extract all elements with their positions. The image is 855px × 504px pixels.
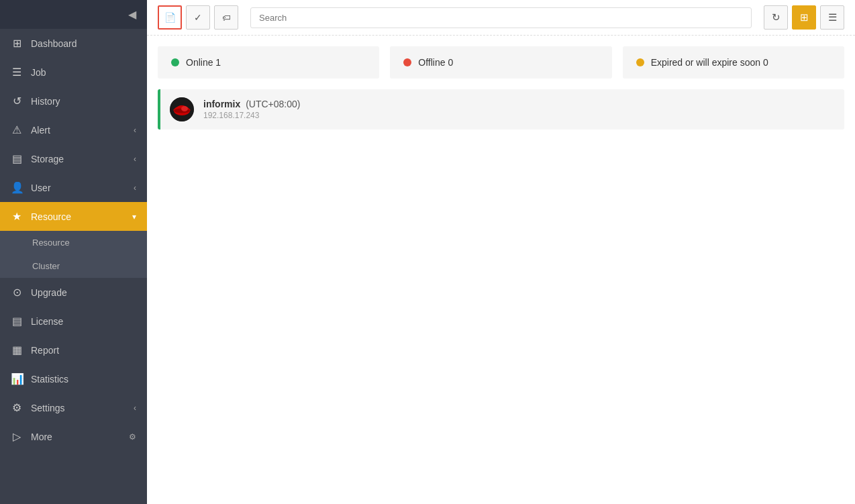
search-input[interactable] [250, 7, 752, 28]
chevron-icon: ‹ [134, 125, 136, 135]
chevron-icon: ‹ [134, 403, 136, 413]
sidebar-item-label: Report [31, 345, 136, 356]
sidebar-item-label: Statistics [31, 374, 136, 385]
tag-icon: 🏷 [222, 13, 231, 23]
avatar [170, 97, 194, 121]
report-icon: ▦ [11, 344, 23, 356]
sidebar-item-label: Settings [31, 403, 125, 413]
more-icon: ▷ [11, 430, 23, 443]
offline-status-dot [403, 58, 411, 66]
settings-icon: ⚙ [11, 401, 23, 414]
online-status-dot [171, 58, 179, 66]
sidebar-item-upgrade[interactable]: ⊙ Upgrade [0, 278, 147, 307]
expired-card[interactable]: Expired or will expire soon 0 [623, 46, 844, 79]
svg-point-4 [181, 106, 188, 111]
toolbar-right: ↻ ⊞ ☰ [764, 5, 844, 30]
upgrade-icon: ⊙ [11, 286, 23, 299]
resource-name: informix (UTC+08:00) [203, 99, 300, 109]
resource-list: informix (UTC+08:00) 192.168.17.243 [147, 89, 855, 504]
online-card[interactable]: Online 1 [158, 46, 379, 79]
license-icon: ▤ [11, 315, 23, 327]
sidebar-item-resource-sub[interactable]: Resource [0, 231, 147, 254]
resource-submenu: Resource Cluster [0, 231, 147, 278]
refresh-button[interactable]: ↻ [764, 5, 788, 30]
history-icon: ↺ [11, 95, 23, 107]
sidebar-item-cluster-sub[interactable]: Cluster [0, 254, 147, 278]
table-row[interactable]: informix (UTC+08:00) 192.168.17.243 [158, 89, 844, 130]
alert-icon: ⚠ [11, 123, 23, 136]
sidebar-toggle[interactable]: ◀ [0, 0, 147, 29]
sidebar-item-storage[interactable]: ▤ Storage ‹ [0, 144, 147, 173]
online-label: Online 1 [186, 57, 221, 68]
chevron-icon: ‹ [134, 154, 136, 164]
dashboard-icon: ⊞ [11, 37, 23, 50]
sidebar-item-alert[interactable]: ⚠ Alert ‹ [0, 115, 147, 144]
job-icon: ☰ [11, 66, 23, 79]
sidebar-item-statistics[interactable]: 📊 Statistics [0, 364, 147, 393]
toolbar: 📄 ✓ 🏷 ↻ ⊞ ☰ [147, 0, 855, 36]
sidebar-item-dashboard[interactable]: ⊞ Dashboard [0, 29, 147, 58]
resource-icon: ★ [11, 210, 23, 223]
list-icon: ☰ [828, 11, 837, 23]
sidebar-item-settings[interactable]: ⚙ Settings ‹ [0, 393, 147, 422]
sidebar-item-user[interactable]: 👤 User ‹ [0, 173, 147, 202]
doc-icon: 📄 [164, 12, 176, 23]
sidebar: ◀ ⊞ Dashboard ☰ Job ↺ History ⚠ Alert ‹ … [0, 0, 147, 504]
sidebar-item-job[interactable]: ☰ Job [0, 58, 147, 87]
collapse-icon: ◀ [128, 8, 136, 21]
checkmark-icon: ✓ [194, 12, 202, 23]
offline-label: Offline 0 [418, 57, 453, 68]
offline-card[interactable]: Offline 0 [390, 46, 611, 79]
statistics-icon: 📊 [11, 372, 23, 385]
resource-info: informix (UTC+08:00) 192.168.17.243 [203, 99, 300, 120]
sidebar-item-label: More [31, 432, 121, 442]
resource-ip: 192.168.17.243 [203, 111, 300, 120]
resource-timezone: (UTC+08:00) [246, 99, 300, 109]
sidebar-item-label: History [31, 96, 136, 107]
refresh-icon: ↻ [772, 11, 781, 23]
sidebar-item-label: Job [31, 67, 136, 78]
check-button[interactable]: ✓ [186, 5, 210, 30]
gear-icon: ⚙ [129, 432, 136, 442]
expired-label: Expired or will expire soon 0 [651, 57, 768, 68]
sidebar-item-label: Dashboard [31, 38, 136, 49]
chevron-down-icon: ▾ [132, 212, 136, 221]
sidebar-item-label: Resource [31, 211, 124, 222]
grid-icon: ⊞ [800, 11, 809, 23]
status-cards: Online 1 Offline 0 Expired or will expir… [147, 36, 855, 89]
storage-icon: ▤ [11, 152, 23, 165]
sidebar-item-label: License [31, 316, 136, 327]
sidebar-item-label: User [31, 183, 125, 193]
sidebar-item-report[interactable]: ▦ Report [0, 336, 147, 364]
main-content: 📄 ✓ 🏷 ↻ ⊞ ☰ Online 1 [147, 0, 855, 504]
sidebar-item-history[interactable]: ↺ History [0, 87, 147, 115]
chevron-icon: ‹ [134, 183, 136, 193]
sidebar-item-label: Storage [31, 154, 125, 164]
sidebar-item-resource[interactable]: ★ Resource ▾ [0, 202, 147, 231]
sidebar-item-label: Upgrade [31, 287, 136, 298]
tag-button[interactable]: 🏷 [214, 5, 238, 30]
list-view-button[interactable]: ☰ [820, 5, 844, 30]
sidebar-item-more[interactable]: ▷ More ⚙ [0, 422, 147, 451]
sidebar-item-label: Alert [31, 125, 125, 136]
grid-view-button[interactable]: ⊞ [792, 5, 816, 30]
user-icon: 👤 [11, 181, 23, 194]
search-container [250, 7, 752, 28]
resource-view-button[interactable]: 📄 [158, 5, 182, 30]
sidebar-item-license[interactable]: ▤ License [0, 307, 147, 336]
expired-status-dot [636, 58, 644, 66]
